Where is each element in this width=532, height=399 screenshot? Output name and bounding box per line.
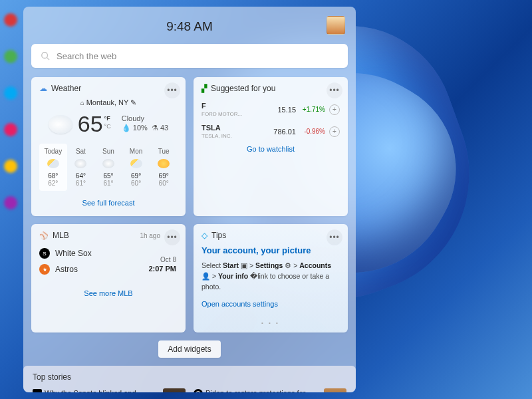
unit-f[interactable]: °F <box>104 115 111 122</box>
see-more-mlb-link[interactable]: See more MLB <box>39 287 178 300</box>
top-stories-title: Top stories <box>33 372 346 382</box>
stocks-more-button[interactable]: ••• <box>327 82 342 98</box>
forecast-day[interactable]: Sat64°61° <box>67 144 95 191</box>
stock-row[interactable]: FFORD MOTOR...15.15+1.71%+ <box>201 98 340 120</box>
astros-logo-icon: ★ <box>39 264 50 275</box>
game-datetime: Oct 82:07 PM <box>148 256 176 273</box>
weather-condition: Cloudy 💧 10% ⚗ 43 <box>122 114 169 134</box>
news-item[interactable]: wpWhy the Senate blinked and moved back … <box>33 388 186 392</box>
svg-line-1 <box>47 58 50 61</box>
tips-widget: ◇Tips ••• Your account, your picture Sel… <box>194 224 348 332</box>
add-stock-button[interactable]: + <box>329 104 340 115</box>
widgets-panel: 9:48 AM Search the web ☁Weather ••• Mont… <box>23 7 356 392</box>
mlb-title: MLB <box>53 231 69 240</box>
add-widgets-button[interactable]: Add widgets <box>158 340 220 358</box>
search-placeholder: Search the web <box>57 51 116 61</box>
current-weather-icon <box>49 115 72 134</box>
current-temp: 65 °F°C <box>78 111 111 137</box>
unit-c[interactable]: °C <box>104 123 111 130</box>
clock-time: 9:48 AM <box>166 19 213 34</box>
user-avatar[interactable] <box>327 16 345 35</box>
news-item[interactable]: Biden to restore protections for three n… <box>194 388 346 392</box>
forecast-day[interactable]: Mon69°60° <box>122 144 150 191</box>
stocks-title: Suggested for you <box>211 84 275 93</box>
tips-body: Select Start ▣ > Settings ⚙ > Accounts 👤… <box>201 261 340 292</box>
tip-icon: ◇ <box>201 231 207 240</box>
news-thumb <box>163 388 186 392</box>
stock-row[interactable]: TSLATESLA, INC.786.01-0.96%+ <box>201 120 340 142</box>
go-to-watchlist-link[interactable]: Go to watchlist <box>201 142 340 156</box>
forecast-day[interactable]: Tue69°60° <box>150 144 178 191</box>
chart-icon: ▞ <box>201 84 207 93</box>
tips-pagination-dots[interactable]: • • • <box>201 320 340 326</box>
tips-title: Tips <box>211 231 226 240</box>
add-stock-button[interactable]: + <box>329 126 340 137</box>
open-accounts-settings-link[interactable]: Open accounts settings <box>201 297 340 311</box>
mlb-icon: ⚾ <box>39 231 49 240</box>
top-stories-section: Top stories wpWhy the Senate blinked and… <box>23 366 356 392</box>
whitesox-logo-icon: S <box>39 248 50 259</box>
weather-widget: ☁Weather ••• Montauk, NY ✎ 65 °F°C Cloud… <box>31 77 186 216</box>
weather-more-button[interactable]: ••• <box>164 82 180 98</box>
svg-point-0 <box>42 53 48 59</box>
forecast-day[interactable]: Today68°62° <box>39 144 67 191</box>
search-input[interactable]: Search the web <box>31 44 348 68</box>
forecast-day[interactable]: Sun65°61° <box>94 144 122 191</box>
search-icon <box>41 51 50 61</box>
stocks-widget: ▞Suggested for you ••• FFORD MOTOR...15.… <box>194 77 348 216</box>
see-full-forecast-link[interactable]: See full forecast <box>39 196 178 209</box>
mlb-timestamp: 1h ago <box>140 232 160 239</box>
mlb-more-button[interactable]: ••• <box>164 229 180 245</box>
tips-headline: Your account, your picture <box>201 245 340 255</box>
forecast-row: Today68°62°Sat64°61°Sun65°61°Mon69°60°Tu… <box>39 144 178 191</box>
weather-title: Weather <box>51 84 81 93</box>
desktop-edge-icons <box>4 13 17 209</box>
weather-location[interactable]: Montauk, NY ✎ <box>39 98 178 107</box>
tips-more-button[interactable]: ••• <box>327 229 342 245</box>
news-thumb <box>324 388 346 392</box>
mlb-widget: ⚾MLB 1h ago ••• SWhite Sox ★Astros Oct 8… <box>31 224 186 332</box>
weather-icon: ☁ <box>39 84 47 93</box>
